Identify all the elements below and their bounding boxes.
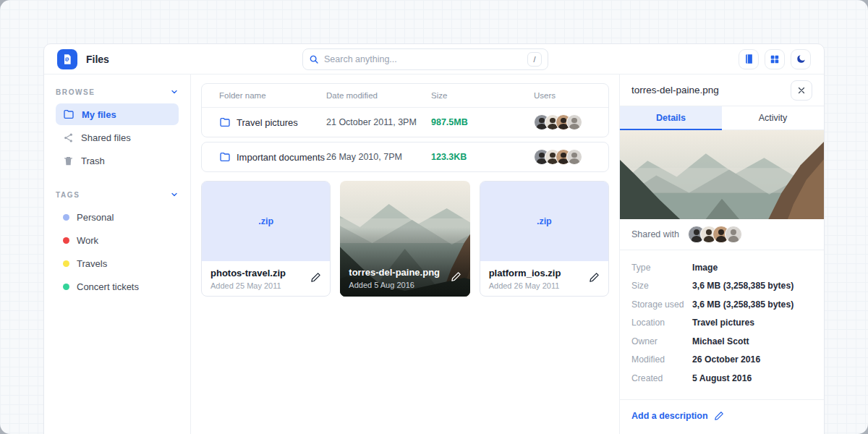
shared-with-label: Shared with [631, 229, 679, 239]
detail-row-size: Size 3,6 MB (3,258,385 bytes) [631, 277, 812, 296]
top-bar: Files / [44, 44, 824, 75]
detail-row-type: Type Image [631, 258, 812, 277]
detail-row-owner: Owner Michael Scott [631, 332, 812, 351]
table-header-row: Folder name Date modified Size Users [202, 84, 608, 108]
chevron-down-icon[interactable] [170, 88, 179, 96]
file-name: photos-travel.zip [210, 268, 286, 278]
tag-label: Concert tickets [77, 281, 139, 292]
tag-label: Work [77, 235, 98, 246]
search-bar[interactable]: / [302, 48, 548, 70]
file-added-date: Added 5 Aug 2016 [349, 281, 440, 289]
pencil-icon [714, 411, 724, 421]
sidebar-item-shared-files[interactable]: Shared files [56, 127, 179, 148]
date-modified: 26 May 2010, 7PM [326, 152, 431, 162]
pencil-icon [310, 272, 321, 283]
column-folder-name: Folder name [219, 91, 326, 100]
detail-label: Owner [631, 336, 692, 346]
detail-row-created: Created 5 August 2016 [631, 369, 812, 388]
close-icon [797, 86, 806, 95]
app-window: Files / [43, 43, 825, 434]
file-preview-image [620, 130, 824, 219]
detail-row-location: Location Travel pictures [631, 314, 812, 333]
tab-details[interactable]: Details [620, 106, 722, 130]
book-button[interactable] [739, 49, 759, 69]
users-avatars [534, 149, 591, 165]
app-body: BROWSE My files [44, 75, 824, 434]
file-card-photos-travel[interactable]: .zip photos-travel.zip Added 25 May 2011 [201, 181, 331, 297]
detail-label: Modified [631, 354, 692, 365]
tag-dot-travels [63, 260, 69, 267]
tag-label: Travels [77, 258, 107, 269]
detail-row-modified: Modified 26 October 2016 [631, 351, 812, 370]
detail-value: Michael Scott [692, 336, 812, 346]
table-row-important-documents[interactable]: Important documents 26 May 2010, 7PM 123… [202, 142, 608, 171]
zip-preview: .zip [480, 182, 608, 261]
panel-header: torres-del-paine.png [620, 75, 824, 106]
search-shortcut-badge: / [527, 52, 542, 67]
book-icon [744, 54, 754, 64]
detail-value: 26 October 2016 [692, 354, 812, 365]
detail-label: Storage used [631, 299, 692, 310]
column-size: Size [431, 91, 534, 100]
detail-label: Type [631, 263, 692, 273]
tag-item-personal[interactable]: Personal [56, 206, 179, 228]
browse-label: BROWSE [56, 88, 95, 96]
file-details-list: Type Image Size 3,6 MB (3,258,385 bytes)… [620, 250, 824, 395]
sidebar-item-trash[interactable]: Trash [56, 150, 179, 171]
detail-row-storage-used: Storage used 3,6 MB (3,258,385 bytes) [631, 295, 812, 314]
sidebar-item-my-files[interactable]: My files [56, 103, 179, 125]
folder-size: 123.3KB [431, 152, 534, 162]
tag-dot-personal [63, 214, 69, 221]
edit-button[interactable] [310, 272, 321, 283]
tags-label: TAGS [56, 191, 80, 199]
avatar [566, 114, 582, 130]
grid-view-button[interactable] [765, 49, 785, 69]
file-card-platform-ios[interactable]: .zip platform_ios.zip Added 26 May 2011 [480, 181, 609, 297]
share-icon [63, 132, 74, 143]
pencil-icon [589, 272, 600, 283]
sidebar-item-label: My files [82, 109, 116, 120]
edit-button[interactable] [451, 271, 461, 282]
tag-item-travels[interactable]: Travels [56, 252, 179, 274]
close-panel-button[interactable] [791, 80, 812, 101]
dark-mode-button[interactable] [791, 49, 811, 69]
sidebar-item-label: Trash [81, 156, 105, 166]
tag-item-concert-tickets[interactable]: Concert tickets [56, 276, 179, 297]
add-description-button[interactable]: Add a description [620, 400, 824, 432]
detail-value: Travel pictures [692, 318, 812, 328]
search-icon [309, 54, 319, 64]
users-avatars [534, 114, 591, 130]
table-row-travel-pictures[interactable]: Travel pictures 21 October 2011, 3PM 987… [202, 108, 608, 137]
edit-button[interactable] [589, 272, 600, 283]
search-input[interactable] [324, 54, 527, 64]
app-logo [57, 49, 77, 69]
file-card-torres-del-paine[interactable]: torres-del-paine.png Added 5 Aug 2016 [340, 181, 469, 297]
folder-icon [219, 116, 231, 128]
chevron-down-icon[interactable] [170, 190, 179, 199]
browse-section-header: BROWSE [56, 88, 179, 96]
pencil-icon [451, 271, 461, 282]
detail-label: Location [631, 318, 692, 328]
detail-label: Created [631, 373, 692, 383]
zip-preview: .zip [202, 182, 330, 261]
screen: Files / [0, 0, 868, 434]
folder-name: Travel pictures [237, 117, 298, 128]
file-name: platform_ios.zip [489, 268, 561, 278]
shared-avatars [688, 226, 742, 243]
dark-mode-moon-icon [796, 54, 807, 64]
details-panel: torres-del-paine.png Details Activity Sh… [619, 75, 824, 434]
trash-icon [63, 156, 74, 166]
detail-label: Size [631, 281, 692, 291]
detail-value: 3,6 MB (3,258,385 bytes) [692, 299, 812, 310]
folder-icon [63, 109, 75, 120]
tag-label: Personal [77, 212, 114, 223]
tag-dot-work [63, 237, 69, 244]
folder-size: 987.5MB [431, 117, 534, 127]
folder-icon [219, 151, 231, 163]
detail-value: 5 August 2016 [692, 373, 812, 383]
top-actions [739, 49, 811, 69]
tag-item-work[interactable]: Work [56, 229, 179, 251]
column-date-modified: Date modified [326, 91, 431, 100]
tab-activity[interactable]: Activity [722, 106, 824, 130]
panel-title: torres-del-paine.png [631, 85, 719, 95]
